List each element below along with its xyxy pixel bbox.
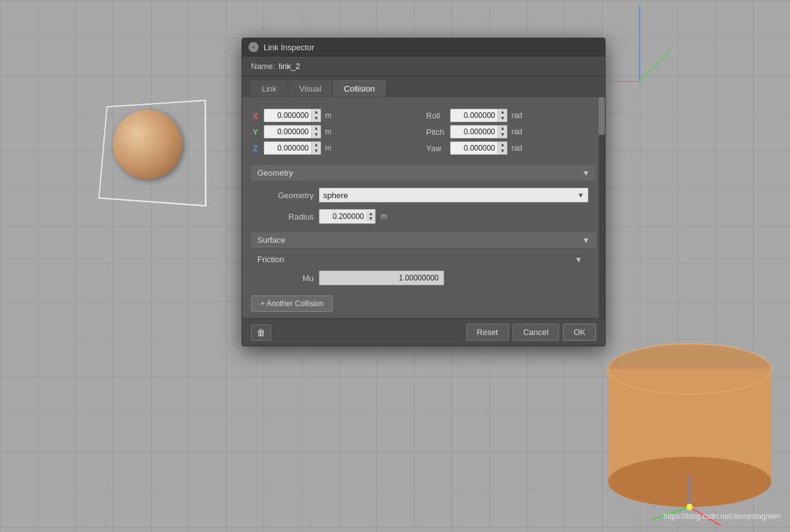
x-label: X <box>251 111 260 120</box>
geometry-select-arrow: ▼ <box>577 191 584 199</box>
roll-unit: rad <box>511 111 529 120</box>
pose-section: X ▲ ▼ m Roll <box>251 104 589 160</box>
svg-point-5 <box>608 457 771 507</box>
svg-point-10 <box>686 504 693 510</box>
scene-object <box>97 94 223 207</box>
tab-collision[interactable]: Collision <box>333 80 385 97</box>
dialog-window: × Link Inspector Name: link_2 Link Visua… <box>242 38 606 346</box>
tabs-row: Link Visual Collision <box>242 77 605 97</box>
y-value[interactable] <box>264 127 311 136</box>
pose-row-z: Z ▲ ▼ m <box>251 141 414 155</box>
pose-row-y: Y ▲ ▼ m <box>251 125 414 139</box>
pose-row-pitch: Pitch ▲ ▼ rad <box>426 125 589 139</box>
z-spinners: ▲ ▼ <box>311 142 321 154</box>
pitch-unit: rad <box>511 127 529 136</box>
radius-down[interactable]: ▼ <box>366 216 375 221</box>
z-value[interactable] <box>264 144 311 152</box>
pose-grid: X ▲ ▼ m Roll <box>251 109 589 155</box>
dialog-body: X ▲ ▼ m Roll <box>242 97 605 318</box>
pitch-up[interactable]: ▲ <box>498 125 507 132</box>
x-down[interactable]: ▼ <box>312 115 321 122</box>
z-label: Z <box>251 144 260 153</box>
y-label: Y <box>251 127 260 137</box>
geometry-field-label: Geometry <box>251 191 314 200</box>
surface-dropdown-arrow: ▼ <box>582 236 590 245</box>
roll-down[interactable]: ▼ <box>498 115 507 122</box>
mu-label: Mu <box>251 274 314 283</box>
z-down[interactable]: ▼ <box>312 148 321 154</box>
roll-value[interactable] <box>451 111 498 120</box>
friction-header[interactable]: Friction ▼ <box>251 252 589 267</box>
pitch-down[interactable]: ▼ <box>498 132 507 138</box>
yaw-label: Yaw <box>426 144 446 153</box>
scrollbar-thumb[interactable] <box>599 97 605 135</box>
y-down[interactable]: ▼ <box>312 132 321 138</box>
dialog-title: Link Inspector <box>264 43 314 52</box>
z-unit: m <box>325 144 343 152</box>
yaw-spinners: ▲ ▼ <box>498 142 507 154</box>
geometry-section-header[interactable]: Geometry ▼ <box>251 165 596 181</box>
pitch-label: Pitch <box>426 127 446 137</box>
yaw-value[interactable] <box>451 144 498 152</box>
pitch-spinners: ▲ ▼ <box>498 125 507 138</box>
pose-row-roll: Roll ▲ ▼ rad <box>426 109 589 122</box>
mu-value-field[interactable]: 1.00000000 <box>319 270 444 285</box>
y-unit: m <box>325 127 343 136</box>
z-up[interactable]: ▲ <box>312 142 321 148</box>
roll-input[interactable]: ▲ ▼ <box>450 109 508 122</box>
mu-value: 1.00000000 <box>324 274 439 282</box>
tab-link[interactable]: Link <box>251 80 287 97</box>
radius-form-row: Radius ▲ ▼ m <box>251 206 589 227</box>
scrollbar-track[interactable] <box>599 97 605 318</box>
friction-dropdown-arrow: ▼ <box>575 255 582 264</box>
yaw-up[interactable]: ▲ <box>498 142 507 148</box>
surface-section: Surface ▼ Friction ▼ Mu 1.00000000 <box>251 232 596 289</box>
pose-row-yaw: Yaw ▲ ▼ rad <box>426 141 589 155</box>
geometry-select-value: sphere <box>323 191 348 200</box>
footer-buttons: Reset Cancel OK <box>466 324 596 341</box>
geometry-select[interactable]: sphere ▼ <box>319 188 589 203</box>
cancel-button[interactable]: Cancel <box>513 324 559 341</box>
radius-input[interactable]: ▲ ▼ <box>319 209 376 224</box>
svg-line-1 <box>639 50 671 82</box>
svg-rect-4 <box>608 369 771 482</box>
yaw-input[interactable]: ▲ ▼ <box>450 141 508 155</box>
radius-value[interactable] <box>319 212 366 221</box>
mu-row: Mu 1.00000000 <box>251 267 589 289</box>
roll-up[interactable]: ▲ <box>498 109 507 115</box>
name-row: Name: link_2 <box>242 56 605 77</box>
radius-spinners: ▲ ▼ <box>366 211 375 221</box>
pitch-value[interactable] <box>451 127 498 136</box>
pose-row-x: X ▲ ▼ m <box>251 109 414 122</box>
watermark: https://blog.csdn.net/amnesiagreen <box>663 512 781 521</box>
geometry-header-label: Geometry <box>257 168 293 178</box>
x-value[interactable] <box>264 111 311 120</box>
y-input[interactable]: ▲ ▼ <box>264 125 321 139</box>
y-up[interactable]: ▲ <box>312 125 321 132</box>
name-label: Name: <box>251 61 275 71</box>
dialog-titlebar: × Link Inspector <box>242 38 605 56</box>
surface-section-header[interactable]: Surface ▼ <box>251 232 596 248</box>
reset-button[interactable]: Reset <box>466 324 509 341</box>
pitch-input[interactable]: ▲ ▼ <box>450 125 508 139</box>
tab-visual[interactable]: Visual <box>289 80 332 97</box>
roll-label: Roll <box>426 111 446 120</box>
svg-point-6 <box>608 344 771 394</box>
geometry-dropdown-arrow: ▼ <box>582 169 590 178</box>
x-input[interactable]: ▲ ▼ <box>264 109 321 122</box>
radius-label: Radius <box>251 212 314 221</box>
ok-button[interactable]: OK <box>563 324 596 341</box>
add-collision-button[interactable]: + Another Collision <box>251 295 333 312</box>
x-spinners: ▲ ▼ <box>311 109 321 122</box>
x-up[interactable]: ▲ <box>312 109 321 115</box>
z-input[interactable]: ▲ ▼ <box>264 141 321 155</box>
delete-button[interactable]: 🗑 <box>251 324 271 341</box>
name-value: link_2 <box>279 61 300 71</box>
geometry-form-row: Geometry sphere ▼ <box>251 184 589 206</box>
x-unit: m <box>325 111 343 120</box>
surface-header-label: Surface <box>257 235 286 245</box>
radius-unit: m <box>381 212 398 221</box>
friction-label: Friction <box>257 255 284 264</box>
close-button[interactable]: × <box>248 42 259 52</box>
yaw-down[interactable]: ▼ <box>498 148 507 154</box>
